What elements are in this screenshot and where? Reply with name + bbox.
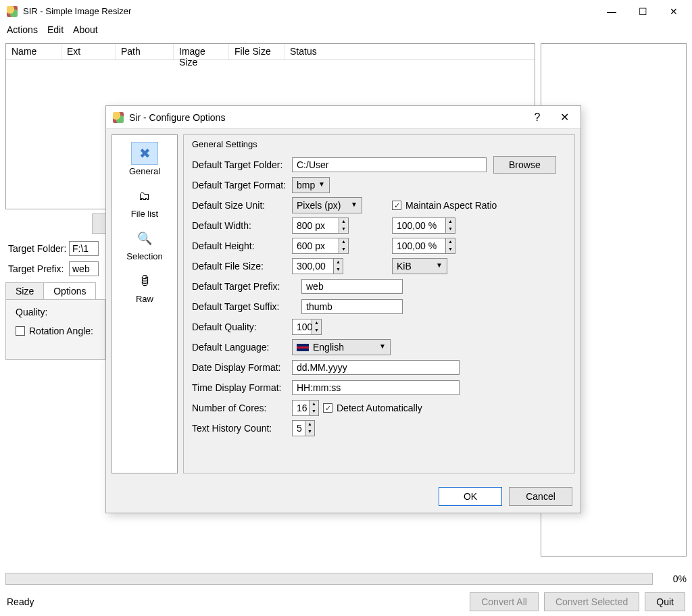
selection-icon: 🔍 [137,231,152,246]
lbl-default-target-prefix: Default Target Prefix: [192,281,301,292]
chevron-down-icon: ▼ [436,261,443,269]
time-format-input[interactable] [292,380,460,395]
main-titlebar: SIR - Simple Image Resizer — ☐ ✕ [0,0,692,23]
convert-selected-button[interactable]: Convert Selected [544,592,639,611]
cancel-button[interactable]: Cancel [509,487,572,506]
filelist-icon: 🗂 [139,189,151,203]
width-pct-spinner[interactable]: 100,00 %▲▼ [392,217,455,234]
tab-size[interactable]: Size [5,282,44,299]
lbl-default-language: Default Language: [192,342,292,353]
default-suffix-input[interactable] [301,299,403,314]
menu-about[interactable]: About [73,24,98,35]
progress-bar [5,573,653,585]
col-image-size[interactable]: Image Size [174,44,229,59]
group-title: General Settings [192,139,566,149]
menu-edit[interactable]: Edit [47,24,64,35]
lbl-default-target-folder: Default Target Folder: [192,159,292,170]
options-tab-body: Quality: Rotation Angle: [5,299,105,360]
dialog-footer: OK Cancel [439,487,572,506]
file-size-spinner[interactable]: 300,00▲▼ [292,258,343,274]
dialog-titlebar: Sir - Configure Options ? ✕ [106,106,580,129]
maximize-button[interactable]: ☐ [627,1,658,22]
uk-flag-icon [297,344,309,351]
lbl-default-file-size: Default File Size: [192,261,292,272]
lbl-default-size-unit: Default Size Unit: [192,200,292,211]
maintain-aspect-check[interactable]: ✓ Maintain Aspect Ratio [392,200,497,211]
ok-button[interactable]: OK [439,487,502,506]
format-combo[interactable]: bmp▼ [292,177,330,193]
raw-icon: 🛢 [139,274,151,288]
target-prefix-label: Target Prefix: [5,263,69,274]
lbl-default-target-format: Default Target Format: [192,180,292,190]
default-width-spinner[interactable]: 800 px▲▼ [292,217,349,234]
default-target-folder-input[interactable] [292,157,487,172]
lbl-time-format: Time Display Format: [192,382,292,393]
target-prefix-input[interactable] [69,261,99,276]
language-combo[interactable]: English▼ [292,339,391,355]
size-unit-combo[interactable]: Pixels (px)▼ [292,197,362,213]
checkbox-icon: ✓ [392,201,401,210]
col-status[interactable]: Status [285,44,535,59]
default-prefix-input[interactable] [301,279,403,294]
lbl-default-quality: Default Quality: [192,322,292,332]
rotation-label: Rotation Angle: [29,326,93,336]
col-path[interactable]: Path [116,44,174,59]
general-settings-group: General Settings Default Target Folder: … [183,134,575,473]
category-list: ✖ General 🗂 File list 🔍 Selection 🛢 Raw [112,134,178,473]
cores-spinner[interactable]: 16▲▼ [292,400,319,416]
statusbar: Ready Convert All Convert Selected Quit [0,590,692,613]
default-quality-spinner[interactable]: 100▲▼ [292,319,322,335]
progress-area: 0% [5,573,687,585]
browse-button[interactable]: Browse [493,156,556,174]
dialog-app-icon [113,112,124,123]
minimize-button[interactable]: — [596,1,627,22]
lbl-history: Text History Count: [192,423,292,434]
convert-all-button[interactable]: Convert All [470,592,539,611]
dialog-title: Sir - Configure Options [129,112,225,123]
quit-button[interactable]: Quit [645,592,685,611]
checkbox-icon [16,326,25,336]
tab-options[interactable]: Options [43,282,96,299]
progress-percent: 0% [660,573,687,584]
app-icon [7,6,18,17]
lbl-default-height: Default Height: [192,240,292,251]
lbl-default-width: Default Width: [192,220,292,231]
chevron-down-icon: ▼ [379,342,386,350]
lbl-cores: Number of Cores: [192,403,292,413]
dialog-help-button[interactable]: ? [524,107,551,128]
checkbox-icon: ✓ [323,403,332,413]
height-pct-spinner[interactable]: 100,00 %▲▼ [392,238,455,254]
status-text: Ready [7,596,464,607]
col-file-size[interactable]: File Size [229,44,285,59]
category-general[interactable]: ✖ General [112,139,177,182]
category-selection[interactable]: 🔍 Selection [112,224,177,267]
chevron-down-icon: ▼ [318,180,325,188]
default-height-spinner[interactable]: 600 px▲▼ [292,238,349,254]
close-button[interactable]: ✕ [658,1,689,22]
lbl-default-target-suffix: Default Target Suffix: [192,301,301,312]
chevron-down-icon: ▼ [351,201,357,208]
target-folder-label: Target Folder: [5,243,69,254]
configure-options-dialog: Sir - Configure Options ? ✕ ✖ General 🗂 … [105,105,581,513]
window-title: SIR - Simple Image Resizer [23,6,131,16]
date-format-input[interactable] [292,360,460,375]
category-raw[interactable]: 🛢 Raw [112,267,177,309]
menu-actions[interactable]: Actions [7,24,38,35]
history-spinner[interactable]: 5▲▼ [292,420,315,436]
detect-auto-check[interactable]: ✓ Detect Automatically [323,403,422,413]
dialog-close-button[interactable]: ✕ [551,107,578,128]
menubar: Actions Edit About [0,23,692,39]
col-ext[interactable]: Ext [61,44,116,59]
quality-label: Quality: [16,307,98,317]
file-size-unit-combo[interactable]: KiB▼ [392,258,447,274]
file-list-header: Name Ext Path Image Size File Size Statu… [6,44,535,60]
tools-icon: ✖ [139,145,151,161]
col-name[interactable]: Name [6,44,61,59]
target-folder-input[interactable] [69,241,99,256]
rotation-angle-check[interactable]: Rotation Angle: [16,326,93,336]
category-filelist[interactable]: 🗂 File list [112,182,177,224]
lbl-date-format: Date Display Format: [192,362,292,373]
